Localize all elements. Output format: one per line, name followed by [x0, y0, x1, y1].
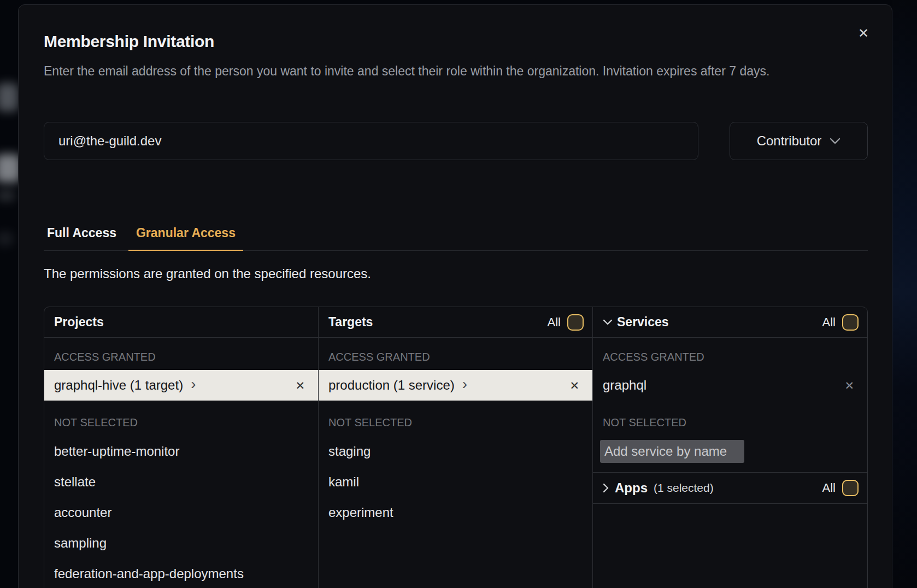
permissions-note: The permissions are granted on the speci… [44, 266, 371, 281]
selected-target-name: production (1 service) [328, 378, 455, 393]
remove-target-button[interactable]: ✕ [569, 380, 579, 391]
remove-icon: ✕ [569, 379, 579, 392]
project-item[interactable]: stellate [44, 467, 318, 497]
access-granted-label: ACCESS GRANTED [593, 351, 867, 363]
granted-service-row: graphql ✕ [593, 370, 867, 401]
modal-description: Enter the email address of the person yo… [44, 60, 847, 83]
project-item[interactable]: better-uptime-monitor [44, 436, 318, 467]
chevron-right-icon: › [462, 377, 467, 392]
target-item[interactable]: staging [319, 436, 592, 467]
selected-project-name: graphql-hive (1 target) [54, 378, 183, 393]
role-select-value: Contributor [757, 133, 822, 149]
membership-invitation-modal: ✕ Membership Invitation Enter the email … [18, 4, 892, 588]
targets-all-control: All [548, 314, 584, 331]
services-all-label: All [822, 315, 836, 330]
remove-service-button[interactable]: ✕ [844, 380, 854, 391]
services-column: Services All ACCESS GRANTED graphql ✕ NO… [593, 307, 867, 588]
project-item[interactable]: sampling [44, 528, 318, 558]
backdrop-blur-fragment [0, 83, 19, 111]
selected-project-row[interactable]: graphql-hive (1 target) › ✕ [44, 370, 318, 401]
apps-expand-chevron-right-icon[interactable] [603, 483, 609, 493]
targets-column: Targets All ACCESS GRANTED production (1… [319, 307, 593, 588]
backdrop-right-band [892, 0, 917, 588]
modal-title: Membership Invitation [44, 32, 214, 51]
not-selected-label: NOT SELECTED [319, 416, 592, 428]
services-header-title: Services [617, 315, 669, 330]
projects-column: Projects ACCESS GRANTED graphql-hive (1 … [44, 307, 319, 588]
services-collapse-chevron-down-icon[interactable] [603, 319, 613, 325]
backdrop-blur-fragment [0, 232, 13, 246]
apps-all-control: All [822, 480, 859, 496]
apps-all-checkbox[interactable] [842, 480, 859, 496]
selected-target-row[interactable]: production (1 service) › ✕ [319, 370, 592, 401]
apps-section-row[interactable]: Apps (1 selected) All [593, 472, 867, 504]
projects-header-title: Projects [54, 315, 104, 330]
backdrop-blur-fragment [0, 190, 15, 201]
remove-icon: ✕ [844, 379, 854, 392]
projects-not-selected-list: better-uptime-monitor stellate accounter… [44, 436, 318, 588]
role-select[interactable]: Contributor [730, 122, 868, 160]
services-all-checkbox[interactable] [842, 314, 859, 331]
remove-icon: ✕ [295, 379, 305, 392]
close-icon: ✕ [858, 27, 869, 40]
services-all-control: All [822, 314, 859, 331]
not-selected-label: NOT SELECTED [44, 416, 318, 428]
close-button[interactable]: ✕ [855, 25, 872, 42]
tab-full-access[interactable]: Full Access [44, 226, 122, 251]
targets-all-checkbox[interactable] [567, 314, 584, 331]
resources-panel: Projects ACCESS GRANTED graphql-hive (1 … [44, 307, 868, 588]
invite-email-input[interactable] [44, 122, 698, 160]
project-item[interactable]: accounter [44, 497, 318, 528]
access-granted-label: ACCESS GRANTED [44, 351, 318, 363]
targets-column-header: Targets All [319, 307, 592, 338]
tab-granular-access[interactable]: Granular Access [128, 226, 243, 251]
remove-project-button[interactable]: ✕ [295, 380, 305, 391]
access-granted-label: ACCESS GRANTED [319, 351, 592, 363]
targets-header-title: Targets [328, 315, 373, 330]
target-item[interactable]: experiment [319, 497, 592, 528]
apps-count: (1 selected) [654, 481, 714, 495]
apps-title: Apps [615, 480, 648, 496]
apps-all-label: All [822, 481, 836, 495]
services-column-header: Services All [593, 307, 867, 338]
granted-service-name: graphql [603, 378, 646, 393]
target-item[interactable]: kamil [319, 467, 592, 497]
add-service-input[interactable] [600, 440, 744, 463]
targets-not-selected-list: staging kamil experiment [319, 436, 592, 528]
chevron-down-icon [830, 138, 840, 144]
projects-column-header: Projects [44, 307, 318, 338]
chevron-right-icon: › [191, 377, 196, 392]
access-tabs: Full Access Granular Access [44, 226, 868, 251]
project-item[interactable]: federation-and-app-deployments [44, 558, 318, 588]
targets-all-label: All [548, 315, 561, 330]
not-selected-label: NOT SELECTED [593, 416, 867, 428]
